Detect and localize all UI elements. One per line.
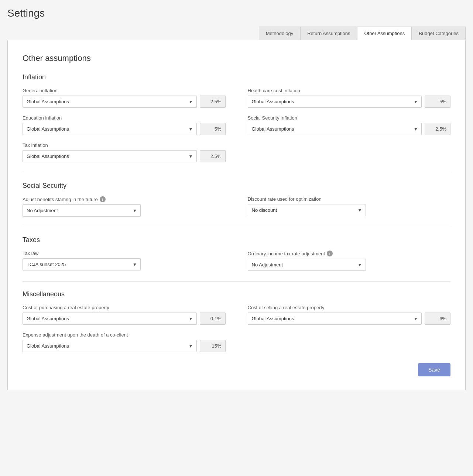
social-security-divider <box>23 227 450 227</box>
tab-other-assumptions[interactable]: Other Assumptions <box>357 27 412 40</box>
content-panel: Other assumptions Inflation General infl… <box>7 40 466 390</box>
cost-selling-select-wrapper: Global Assumptions Custom ▼ <box>248 313 422 325</box>
social-security-inflation-value: 2.5% <box>425 123 450 135</box>
health-care-inflation-select-wrapper: Global Assumptions Custom ▼ <box>248 96 422 108</box>
education-inflation-value: 5% <box>200 123 226 135</box>
cost-purchasing-row: Global Assumptions Custom ▼ 0.1% <box>23 313 226 325</box>
cost-purchasing-label: Cost of purchasing a real estate propert… <box>23 305 226 310</box>
adjust-benefits-select[interactable]: No Adjustment Custom <box>23 204 141 217</box>
page-title: Settings <box>7 7 466 19</box>
discount-rate-select[interactable]: No discount Custom <box>248 204 366 216</box>
discount-rate-select-wrapper: No discount Custom ▼ <box>248 204 366 216</box>
cost-selling-group: Cost of selling a real estate property G… <box>248 305 451 325</box>
miscellaneous-section: Miscellaneous Cost of purchasing a real … <box>23 290 450 352</box>
general-inflation-row: Global Assumptions Custom ▼ 2.5% <box>23 96 226 108</box>
education-inflation-select-wrapper: Global Assumptions Custom ▼ <box>23 123 197 135</box>
adjust-benefits-select-wrapper: No Adjustment Custom ▼ <box>23 204 141 217</box>
tax-inflation-label: Tax inflation <box>23 142 226 148</box>
tax-inflation-row: Global Assumptions Custom ▼ 2.5% <box>23 150 226 162</box>
tax-inflation-select-wrapper: Global Assumptions Custom ▼ <box>23 150 197 162</box>
discount-rate-group: Discount rate used for optimization No d… <box>248 196 451 217</box>
inflation-section-title: Inflation <box>23 73 450 81</box>
tax-law-label: Tax law <box>23 251 226 256</box>
social-security-fields-grid: Adjust benefits starting in the future i… <box>23 196 450 217</box>
inflation-fields-grid: General inflation Global Assumptions Cus… <box>23 88 450 162</box>
cost-purchasing-value: 0.1% <box>200 313 226 325</box>
cost-purchasing-select-wrapper: Global Assumptions Custom ▼ <box>23 313 197 325</box>
cost-selling-value: 6% <box>425 313 450 325</box>
general-inflation-label: General inflation <box>23 88 226 93</box>
adjust-benefits-info-icon[interactable]: i <box>100 196 106 202</box>
health-care-inflation-row: Global Assumptions Custom ▼ 5% <box>248 96 451 108</box>
taxes-divider <box>23 281 450 282</box>
ordinary-income-tax-row: No Adjustment Custom ▼ <box>248 259 451 271</box>
tax-law-row: TCJA sunset 2025 Current Law ▼ <box>23 258 226 270</box>
expense-adjustment-group: Expense adjustment upon the death of a c… <box>23 332 226 352</box>
cost-purchasing-select[interactable]: Global Assumptions Custom <box>23 313 197 325</box>
tab-methodology[interactable]: Methodology <box>259 27 300 40</box>
education-inflation-group: Education inflation Global Assumptions C… <box>23 115 226 135</box>
expense-adjustment-select-wrapper: Global Assumptions Custom ▼ <box>23 340 197 352</box>
expense-adjustment-label: Expense adjustment upon the death of a c… <box>23 332 226 338</box>
health-care-inflation-value: 5% <box>425 96 450 108</box>
social-security-inflation-select-wrapper: Global Assumptions Custom ▼ <box>248 123 422 135</box>
cost-selling-select[interactable]: Global Assumptions Custom <box>248 313 422 325</box>
tax-law-group: Tax law TCJA sunset 2025 Current Law ▼ <box>23 251 226 271</box>
social-security-section: Social Security Adjust benefits starting… <box>23 182 450 217</box>
general-inflation-select[interactable]: Global Assumptions Custom <box>23 96 197 108</box>
miscellaneous-section-title: Miscellaneous <box>23 290 450 298</box>
inflation-section: Inflation General inflation Global Assum… <box>23 73 450 162</box>
cost-purchasing-group: Cost of purchasing a real estate propert… <box>23 305 226 325</box>
tax-law-select-wrapper: TCJA sunset 2025 Current Law ▼ <box>23 258 141 270</box>
tab-return-assumptions[interactable]: Return Assumptions <box>300 27 357 40</box>
health-care-inflation-select[interactable]: Global Assumptions Custom <box>248 96 422 108</box>
education-inflation-row: Global Assumptions Custom ▼ 5% <box>23 123 226 135</box>
social-security-inflation-group: Social Security inflation Global Assumpt… <box>248 115 451 135</box>
social-security-inflation-select[interactable]: Global Assumptions Custom <box>248 123 422 135</box>
expense-adjustment-value: 15% <box>200 340 226 352</box>
health-care-inflation-label: Health care cost inflation <box>248 88 451 93</box>
tab-budget-categories[interactable]: Budget Categories <box>412 27 466 40</box>
general-inflation-group: General inflation Global Assumptions Cus… <box>23 88 226 108</box>
tax-inflation-value: 2.5% <box>200 150 226 162</box>
inflation-divider <box>23 173 450 173</box>
tax-inflation-group: Tax inflation Global Assumptions Custom … <box>23 142 226 162</box>
general-inflation-select-wrapper: Global Assumptions Custom ▼ <box>23 96 197 108</box>
cost-selling-label: Cost of selling a real estate property <box>248 305 451 310</box>
ordinary-income-tax-select-wrapper: No Adjustment Custom ▼ <box>248 259 366 271</box>
taxes-fields-grid: Tax law TCJA sunset 2025 Current Law ▼ O… <box>23 251 450 271</box>
adjust-benefits-row: No Adjustment Custom ▼ <box>23 204 226 217</box>
ordinary-income-tax-info-icon[interactable]: i <box>327 251 333 256</box>
social-security-inflation-row: Global Assumptions Custom ▼ 2.5% <box>248 123 451 135</box>
social-security-inflation-label: Social Security inflation <box>248 115 451 121</box>
miscellaneous-fields-grid: Cost of purchasing a real estate propert… <box>23 305 450 352</box>
social-security-section-title: Social Security <box>23 182 450 190</box>
ordinary-income-tax-group: Ordinary income tax rate adjustment i No… <box>248 251 451 271</box>
discount-rate-row: No discount Custom ▼ <box>248 204 451 216</box>
save-row: Save <box>23 363 450 376</box>
general-inflation-value: 2.5% <box>200 96 226 108</box>
discount-rate-label: Discount rate used for optimization <box>248 196 451 202</box>
taxes-section-title: Taxes <box>23 236 450 244</box>
tax-law-select[interactable]: TCJA sunset 2025 Current Law <box>23 258 141 270</box>
expense-adjustment-select[interactable]: Global Assumptions Custom <box>23 340 197 352</box>
panel-title: Other assumptions <box>23 54 450 63</box>
education-inflation-select[interactable]: Global Assumptions Custom <box>23 123 197 135</box>
tabs-bar: Methodology Return Assumptions Other Ass… <box>7 27 466 40</box>
adjust-benefits-group: Adjust benefits starting in the future i… <box>23 196 226 217</box>
taxes-section: Taxes Tax law TCJA sunset 2025 Current L… <box>23 236 450 271</box>
ordinary-income-tax-select[interactable]: No Adjustment Custom <box>248 259 366 271</box>
tax-inflation-select[interactable]: Global Assumptions Custom <box>23 150 197 162</box>
adjust-benefits-label: Adjust benefits starting in the future i <box>23 196 226 202</box>
ordinary-income-tax-label: Ordinary income tax rate adjustment i <box>248 251 451 256</box>
education-inflation-label: Education inflation <box>23 115 226 121</box>
cost-selling-row: Global Assumptions Custom ▼ 6% <box>248 313 451 325</box>
health-care-inflation-group: Health care cost inflation Global Assump… <box>248 88 451 108</box>
expense-adjustment-row: Global Assumptions Custom ▼ 15% <box>23 340 226 352</box>
save-button[interactable]: Save <box>418 363 450 376</box>
